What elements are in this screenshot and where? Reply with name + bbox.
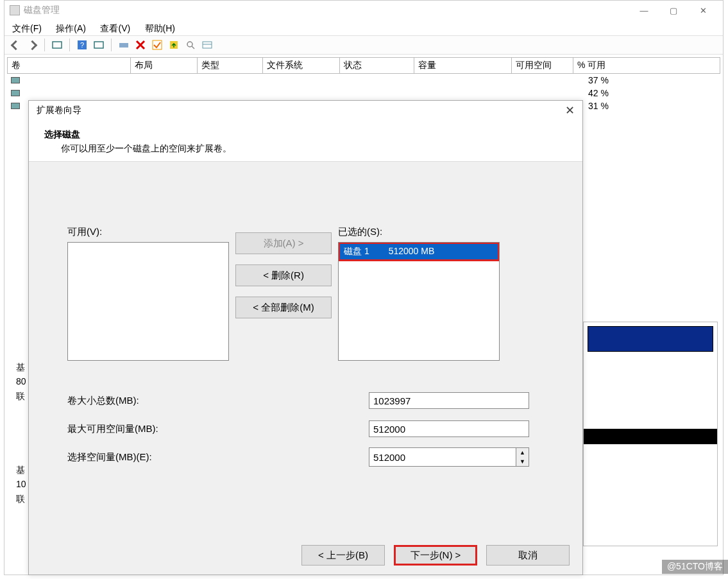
volume-icon xyxy=(11,90,20,96)
select-space-label: 选择空间量(MB)(E): xyxy=(67,451,369,463)
forward-button[interactable] xyxy=(25,38,39,52)
col-free[interactable]: 可用空间 xyxy=(512,58,573,73)
select-space-input[interactable] xyxy=(369,448,516,466)
svg-line-8 xyxy=(192,46,194,49)
check-icon[interactable] xyxy=(150,38,164,52)
pct-cell: 37 % xyxy=(588,75,609,85)
remove-button[interactable]: < 删除(R) xyxy=(235,264,332,286)
properties-icon[interactable] xyxy=(50,38,64,52)
spin-down-button[interactable]: ▼ xyxy=(516,457,529,466)
close-button[interactable]: ✕ xyxy=(688,1,718,20)
window-title: 磁盘管理 xyxy=(24,4,629,16)
total-size-label: 卷大小总数(MB): xyxy=(67,395,369,407)
remove-all-button[interactable]: < 全部删除(M) xyxy=(235,297,332,318)
svg-point-7 xyxy=(187,42,192,47)
minimize-button[interactable]: — xyxy=(629,1,659,20)
pct-cell: 42 % xyxy=(588,88,609,98)
col-filesystem[interactable]: 文件系统 xyxy=(263,58,340,73)
watermark: @51CTO博客 xyxy=(662,560,728,574)
col-layout[interactable]: 布局 xyxy=(131,58,198,73)
menu-file[interactable]: 文件(F) xyxy=(12,23,42,33)
menubar: 文件(F) 操作(A) 查看(V) 帮助(H) xyxy=(4,20,723,35)
svg-text:?: ? xyxy=(80,41,84,49)
svg-rect-0 xyxy=(53,42,62,48)
max-space-label: 最大可用空间量(MB): xyxy=(67,423,369,435)
col-volume[interactable]: 卷 xyxy=(8,58,131,73)
menu-help[interactable]: 帮助(H) xyxy=(145,23,175,33)
back-button[interactable]: < 上一步(B) xyxy=(301,545,385,566)
dialog-heading: 选择磁盘 xyxy=(44,129,567,141)
refresh-icon[interactable] xyxy=(92,38,106,52)
menu-action[interactable]: 操作(A) xyxy=(56,23,86,33)
selected-disk-size: 512000 MB xyxy=(389,246,435,257)
menu-view[interactable]: 查看(V) xyxy=(100,23,130,33)
svg-rect-9 xyxy=(203,42,212,48)
bg-disk-label: 基10联 xyxy=(16,463,26,506)
table-row[interactable]: 37 % xyxy=(7,74,720,87)
extend-volume-wizard-dialog: 扩展卷向导 ✕ 选择磁盘 你可以用至少一个磁盘上的空间来扩展卷。 可用(V): … xyxy=(28,100,583,575)
disk-icon[interactable] xyxy=(117,38,131,52)
add-button[interactable]: 添加(A) > xyxy=(235,232,332,254)
selected-label: 已选的(S): xyxy=(338,226,500,238)
selected-listbox[interactable]: 磁盘 1 512000 MB xyxy=(338,242,500,361)
dialog-title: 扩展卷向导 xyxy=(37,105,81,116)
partition-bar xyxy=(588,326,713,352)
available-label: 可用(V): xyxy=(67,226,229,238)
help-icon[interactable]: ? xyxy=(75,38,89,52)
select-space-spinner[interactable]: ▲ ▼ xyxy=(369,447,529,467)
list-icon[interactable] xyxy=(200,38,214,52)
selected-disk-item[interactable]: 磁盘 1 512000 MB xyxy=(340,244,498,259)
dialog-titlebar: 扩展卷向导 ✕ xyxy=(29,101,582,120)
delete-icon[interactable] xyxy=(133,38,148,52)
available-listbox[interactable] xyxy=(67,242,229,361)
svg-rect-4 xyxy=(119,43,128,48)
volume-table-header: 卷 布局 类型 文件系统 状态 容量 可用空间 % 可用 xyxy=(7,57,720,74)
table-row[interactable]: 42 % xyxy=(7,87,720,99)
col-pct[interactable]: % 可用 xyxy=(573,58,720,73)
partition-bar xyxy=(584,429,717,444)
col-status[interactable]: 状态 xyxy=(340,58,414,73)
dialog-subheading: 你可以用至少一个磁盘上的空间来扩展卷。 xyxy=(61,143,567,155)
next-button[interactable]: 下一步(N) > xyxy=(394,545,477,566)
selected-disk-name: 磁盘 1 xyxy=(344,246,369,257)
bg-disk-label: 基80联 xyxy=(16,360,26,403)
svg-rect-3 xyxy=(94,42,103,48)
total-size-value: 1023997 xyxy=(369,392,529,409)
spin-up-button[interactable]: ▲ xyxy=(516,448,529,457)
col-type[interactable]: 类型 xyxy=(198,58,263,73)
back-button[interactable] xyxy=(8,38,22,52)
volume-icon xyxy=(11,77,20,83)
col-capacity[interactable]: 容量 xyxy=(414,58,512,73)
dialog-header: 选择磁盘 你可以用至少一个磁盘上的空间来扩展卷。 xyxy=(29,120,582,162)
titlebar: 磁盘管理 — ▢ ✕ xyxy=(4,1,723,20)
max-space-value: 512000 xyxy=(369,420,529,437)
new-icon[interactable] xyxy=(167,38,181,52)
maximize-button[interactable]: ▢ xyxy=(659,1,688,20)
pct-cell: 31 % xyxy=(588,101,609,111)
app-icon xyxy=(10,5,20,15)
cancel-button[interactable]: 取消 xyxy=(486,545,570,566)
search-icon[interactable] xyxy=(183,38,198,52)
bg-partition-panel xyxy=(583,322,718,546)
dialog-close-button[interactable]: ✕ xyxy=(565,103,575,117)
volume-icon xyxy=(11,103,20,109)
toolbar: ? xyxy=(4,35,723,55)
